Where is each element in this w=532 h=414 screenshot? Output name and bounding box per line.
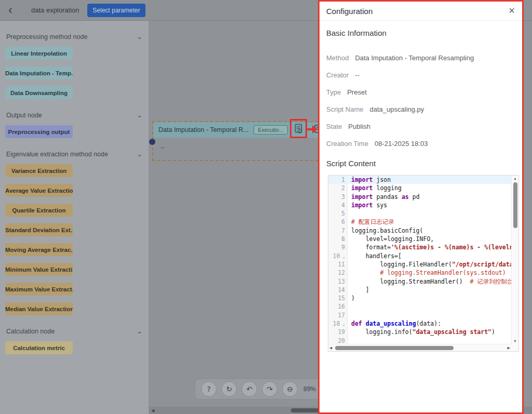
field-label: Type <box>326 88 341 96</box>
field-label: State <box>326 123 342 130</box>
scroll-up-icon[interactable]: ▲ <box>513 177 517 180</box>
line-number: 7 <box>328 226 347 235</box>
code-line: logging.basicConfig( <box>348 226 511 235</box>
field-row-type: TypePreset <box>326 84 513 101</box>
section-items: Variance ExtractionAverage Value Extract… <box>5 164 143 315</box>
line-number: 12 <box>328 269 347 277</box>
redo-icon[interactable]: ↷ <box>262 381 277 397</box>
palette-item-preprocessing-output[interactable]: Preprocessing output <box>5 125 73 138</box>
chevron-down-icon[interactable]: ⌄ <box>137 329 142 334</box>
sidebar-section-eigenvalue-extraction-method-node: Eigenvalue extraction method node⌄Varian… <box>5 138 143 315</box>
section-header[interactable]: Output node⌄ <box>5 111 143 120</box>
chevron-down-icon[interactable]: ⌄ <box>137 113 142 118</box>
line-number: 17 <box>328 311 347 319</box>
field-label: Script Name <box>326 105 364 113</box>
palette-item-quartile-extraction[interactable]: Quartile Extraction <box>5 204 73 217</box>
back-icon[interactable]: ‹ <box>8 3 12 17</box>
line-number: 4 <box>328 201 347 209</box>
palette-item-data-imputation-temp[interactable]: Data Imputation - Temp... <box>5 66 73 79</box>
line-number: 20 <box>328 337 347 344</box>
close-icon[interactable]: × <box>509 5 515 17</box>
editor-vertical-scrollbar[interactable]: ▲ ▼ <box>511 176 518 344</box>
flow-node-data-imputation[interactable]: Data Imputation - Temporal R... Executio… <box>152 121 324 161</box>
toolbar-buttons: ?↻↶↷⊖ <box>201 381 298 397</box>
line-number: 11 <box>328 260 347 269</box>
section-header[interactable]: Calculation node⌄ <box>5 327 143 336</box>
editor-line-gutter: 12345678910 ⌄1112131415161718 ⌄1920 <box>328 176 348 344</box>
code-line: ] <box>348 286 511 294</box>
field-value: -- <box>355 71 360 79</box>
refresh-icon[interactable]: ↻ <box>221 381 237 397</box>
editor-horizontal-scrollbar[interactable]: ◀ ▶ <box>328 344 511 351</box>
node-status-badge: Executio... <box>254 125 287 135</box>
field-value: data_upscaling.py <box>370 105 424 113</box>
field-value: Publish <box>348 123 370 130</box>
line-number: 13 <box>328 277 347 286</box>
palette-item-variance-extraction[interactable]: Variance Extraction <box>5 164 73 177</box>
scroll-left-icon[interactable]: ◀ <box>329 346 332 350</box>
select-parameter-button[interactable]: Select parameter <box>87 4 145 17</box>
section-label: Output node <box>6 112 42 119</box>
line-number: 3 <box>328 193 347 201</box>
help-icon[interactable]: ? <box>201 381 217 397</box>
script-log-icon[interactable] <box>295 124 302 134</box>
editor-vscroll-thumb[interactable] <box>513 182 517 228</box>
fold-chevron-icon[interactable]: ⌄ <box>340 255 345 259</box>
palette-item-average-value-extraction[interactable]: Average Value Extraction <box>5 184 73 197</box>
chevron-down-icon[interactable]: ⌄ <box>137 34 142 39</box>
line-number: 15 <box>328 294 347 302</box>
scroll-down-icon[interactable]: ▼ <box>513 339 517 343</box>
code-line: format='%(asctime)s - %(name)s - %(level… <box>348 243 511 251</box>
configuration-drawer: Configuration × Basic Information Method… <box>318 0 524 414</box>
field-label: Method <box>326 54 349 62</box>
palette-item-minimum-value-extracti[interactable]: Minimum Value Extracti... <box>5 263 73 276</box>
code-line: import json <box>348 176 511 184</box>
editor-code-pane[interactable]: import jsonimport loggingimport pandas a… <box>348 176 511 344</box>
basic-information-heading: Basic Information <box>326 29 387 37</box>
code-line: # logging.StreamHandler(sys.stdout) # 记录… <box>348 269 511 277</box>
field-label: Creator <box>326 71 349 79</box>
line-number: 9 <box>328 243 347 251</box>
palette-item-moving-average-extrac[interactable]: Moving Average Extrac... <box>5 243 73 256</box>
undo-icon[interactable]: ↶ <box>242 381 257 397</box>
page-title: data exploration <box>31 6 79 14</box>
editor-hscroll-thumb[interactable] <box>335 346 454 350</box>
fold-chevron-icon[interactable]: ⌄ <box>340 322 345 327</box>
line-number: 5 <box>328 209 347 218</box>
section-header[interactable]: Preprocessing method node⌄ <box>5 32 143 42</box>
palette-item-median-value-extraction[interactable]: Median Value Extraction <box>5 302 73 315</box>
scroll-left-icon[interactable]: ◀ <box>151 408 154 413</box>
zoom-out-icon[interactable]: ⊖ <box>282 381 298 397</box>
sidebar-section-calculation-node: Calculation node⌄Calculation metric <box>5 315 143 354</box>
line-number: 8 <box>328 235 347 243</box>
field-row-state: StatePublish <box>326 118 513 135</box>
line-number: 6 <box>328 218 347 226</box>
chevron-down-icon[interactable]: ⌄ <box>137 152 142 157</box>
palette-item-linear-interpolation[interactable]: Linear Interpolation <box>5 47 73 60</box>
node-body: -- <box>153 138 323 161</box>
field-value: 08-21-2025 18:03 <box>375 140 428 148</box>
section-items: Calculation metric <box>5 341 143 354</box>
code-line: logging.info("data_upscaling start") <box>348 328 511 336</box>
section-label: Calculation node <box>6 328 55 335</box>
field-row-creator: Creator-- <box>326 66 513 84</box>
line-number: 10 ⌄ <box>328 252 347 260</box>
sidebar-section-preprocessing-method-node: Preprocessing method node⌄Linear Interpo… <box>5 21 143 99</box>
drawer-header: Configuration × <box>320 2 522 21</box>
scroll-right-icon[interactable]: ▶ <box>508 346 510 350</box>
script-code-editor[interactable]: 12345678910 ⌄1112131415161718 ⌄1920 impo… <box>328 175 519 352</box>
palette-item-data-downsampling[interactable]: Data Downsampling <box>5 86 73 99</box>
section-header[interactable]: Eigenvalue extraction method node⌄ <box>5 150 143 159</box>
code-line: logging.StreamHandler() # 记录到控制台（stdout） <box>348 277 511 286</box>
annotation-box-red <box>290 119 307 138</box>
code-line: level=logging.INFO, <box>348 235 511 243</box>
palette-item-maximum-value-extract[interactable]: Maximum Value Extract... <box>5 283 73 296</box>
node-input-port[interactable] <box>149 139 155 145</box>
section-label: Eigenvalue extraction method node <box>6 151 108 158</box>
field-value: Data Imputation - Temporal Resampling <box>355 54 474 62</box>
node-title: Data Imputation - Temporal R... <box>158 126 248 133</box>
palette-item-calculation-metric[interactable]: Calculation metric <box>5 341 73 354</box>
line-number: 16 <box>328 302 347 311</box>
line-number: 18 ⌄ <box>328 319 347 328</box>
palette-item-standard-deviation-ext[interactable]: Standard Deviation Ext... <box>5 223 73 236</box>
